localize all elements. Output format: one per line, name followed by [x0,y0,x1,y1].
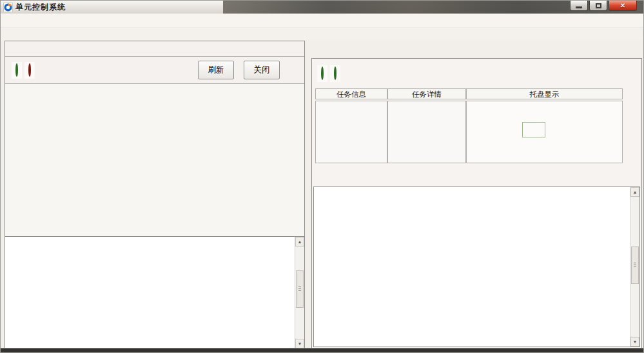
pallet-part-green [522,122,545,137]
close-button[interactable]: ✕ [609,1,637,11]
machine-led-card-2 [330,65,340,82]
left-panel-header-strip [5,41,304,57]
window-title: 单元控制系统 [15,2,66,13]
machine-green-led-2 [334,66,337,80]
task-details-header: 任务详情 [387,88,466,99]
buffer-station-grid [5,84,304,236]
scrollbar-thumb[interactable] [631,247,639,284]
app-window: 单元控制系统 ✕ 刷新 关闭 ▲ [0,0,644,353]
refresh-button[interactable]: 刷新 [198,61,234,79]
machine-tab-body: 任务信息 任务详情 托盘显示 [311,58,642,349]
machine-led-card-1 [317,65,327,82]
pallet-pedestal-lower [512,148,556,157]
pallet-display-box [466,101,623,163]
cell-status-green-card [12,62,22,79]
menu-bar [1,14,643,28]
app-icon [3,3,13,12]
event-log-section: ▲ ▼ [5,236,304,348]
machine-status-leds [317,65,343,82]
machine-panel: 任务信息 任务详情 托盘显示 [311,41,642,349]
scrollbar-thumb[interactable] [296,270,304,308]
maximize-button[interactable] [589,1,607,11]
scroll-down-arrow[interactable]: ▼ [295,339,304,348]
title-bar: 单元控制系统 ✕ [1,1,643,14]
task-table-section: ▲ ▼ [313,187,640,347]
scroll-down-arrow[interactable]: ▼ [630,337,639,347]
task-info-header: 任务信息 [315,88,387,99]
machine-green-led-1 [321,66,324,80]
task-info-values-box [387,101,466,163]
status-bar [1,348,643,352]
task-table-scrollbar[interactable]: ▲ ▼ [630,187,639,347]
minimize-icon [576,6,582,8]
left-panel-controls: 刷新 关闭 [5,57,304,84]
toolbar-gap [1,28,643,40]
cell-status-green-led [15,63,18,77]
scroll-up-arrow[interactable]: ▲ [630,187,639,197]
close-panel-button[interactable]: 关闭 [244,61,280,79]
pallet-display-header: 托盘显示 [466,88,623,99]
scroll-up-arrow[interactable]: ▲ [295,237,304,247]
cell-status-red-led [28,63,31,77]
close-icon: ✕ [620,3,625,9]
cell-status-red-card [24,62,35,79]
cell-overview-panel: 刷新 关闭 ▲ ▼ [5,41,305,349]
event-log-scrollbar[interactable]: ▲ ▼ [295,237,304,348]
maximize-icon [596,3,601,8]
pallet-graphic [512,122,556,158]
task-info-labels-box [315,101,387,163]
pallet-pedestal-upper [517,137,551,148]
minimize-button[interactable] [570,1,588,11]
